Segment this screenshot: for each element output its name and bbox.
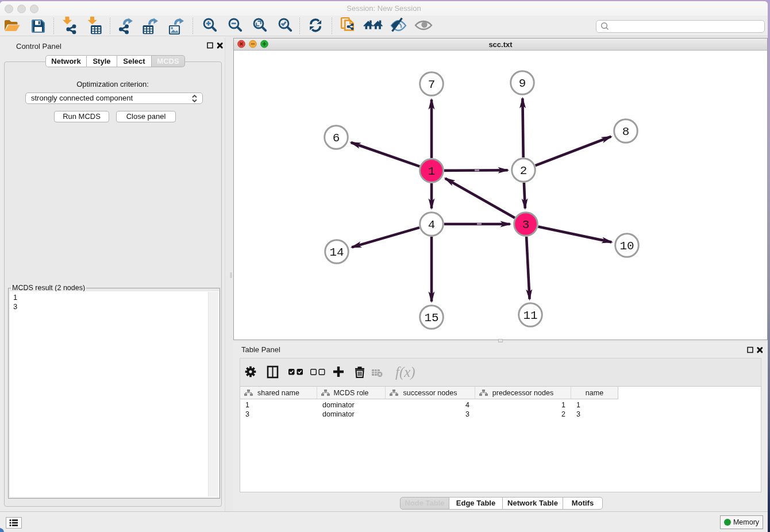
svg-text:15: 15 [424, 311, 438, 325]
svg-text:11: 11 [523, 309, 537, 322]
svg-text:6: 6 [333, 132, 340, 145]
svg-text:1: 1 [428, 165, 436, 178]
svg-text:2: 2 [520, 164, 528, 178]
svg-text:3: 3 [522, 218, 530, 232]
svg-text:10: 10 [619, 240, 634, 253]
svg-text:14: 14 [329, 246, 344, 259]
svg-text:7: 7 [428, 78, 436, 91]
svg-text:9: 9 [519, 77, 526, 90]
svg-text:8: 8 [622, 125, 630, 138]
svg-text:4: 4 [428, 218, 436, 232]
